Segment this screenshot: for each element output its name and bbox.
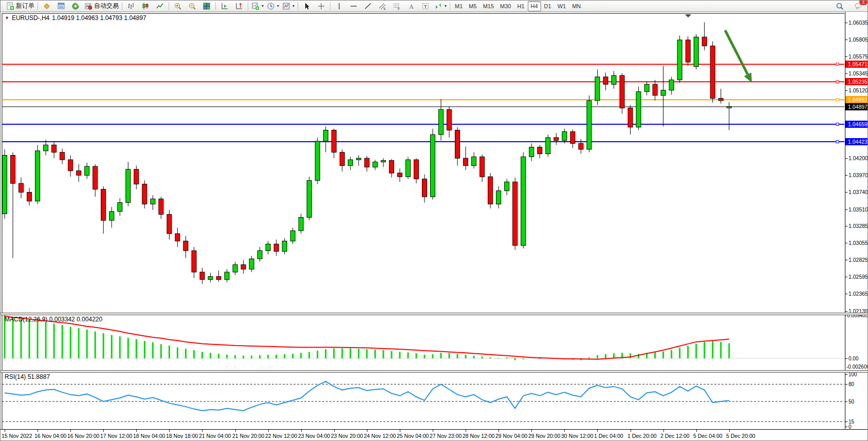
news-button[interactable] <box>68 1 83 12</box>
candle[interactable] <box>241 260 246 274</box>
timeframe-button-m1[interactable]: M1 <box>452 1 466 11</box>
candle[interactable] <box>233 262 237 275</box>
candle[interactable] <box>464 146 468 170</box>
candle[interactable] <box>480 155 485 182</box>
timeframe-button-h1[interactable]: H1 <box>514 1 527 11</box>
candle[interactable] <box>19 178 24 198</box>
candle[interactable] <box>718 89 723 104</box>
candle[interactable] <box>315 138 320 184</box>
candle[interactable] <box>431 129 435 200</box>
rsi-panel-canvas[interactable] <box>1 372 845 429</box>
candle[interactable] <box>710 42 715 103</box>
periods-button[interactable]: ▾ <box>265 1 281 12</box>
candle[interactable] <box>636 87 641 130</box>
candle[interactable] <box>546 135 550 157</box>
horizontal-line-button[interactable] <box>346 1 361 12</box>
rsi-panel-splitter[interactable] <box>1 370 868 373</box>
candle[interactable] <box>496 186 501 208</box>
collapse-triangle-icon[interactable]: ▼ <box>5 15 9 21</box>
candle[interactable] <box>159 197 163 219</box>
candle[interactable] <box>538 145 542 158</box>
trend-arrow-annotation[interactable] <box>725 30 748 74</box>
timeframe-button-m5[interactable]: M5 <box>466 1 479 11</box>
candle[interactable] <box>68 156 73 177</box>
shapes-button[interactable]: ▾ <box>433 1 448 12</box>
autotrading-button[interactable]: 自动交易 <box>83 1 120 12</box>
candle[interactable] <box>661 66 666 126</box>
line-handle[interactable] <box>836 81 839 83</box>
candle[interactable] <box>381 158 385 167</box>
candle[interactable] <box>669 77 674 95</box>
candle[interactable] <box>331 129 336 159</box>
candle[interactable] <box>274 240 279 256</box>
candle[interactable] <box>348 157 353 170</box>
macd-panel-canvas[interactable] <box>1 314 845 370</box>
candle[interactable] <box>562 129 567 144</box>
candle[interactable] <box>677 35 682 83</box>
line-handle[interactable] <box>836 63 839 66</box>
candle[interactable] <box>126 162 131 206</box>
candle[interactable] <box>439 99 444 141</box>
candle[interactable] <box>414 158 419 183</box>
candle[interactable] <box>11 152 15 258</box>
market-watch-button[interactable] <box>54 1 68 12</box>
line-chart-button[interactable] <box>153 1 167 12</box>
candle[interactable] <box>340 149 344 171</box>
candle[interactable] <box>200 267 205 284</box>
line-handle[interactable] <box>836 123 839 126</box>
zoom-out-button[interactable] <box>185 1 199 12</box>
trendline-button[interactable] <box>361 1 375 12</box>
candle[interactable] <box>447 106 452 138</box>
candle[interactable] <box>529 143 534 161</box>
candle[interactable] <box>60 149 65 164</box>
candle[interactable] <box>356 156 361 166</box>
candle[interactable] <box>101 186 106 234</box>
timeframe-button-m30[interactable]: M30 <box>497 1 514 11</box>
timeframe-button-m15[interactable]: M15 <box>480 1 497 11</box>
fibonacci-button[interactable]: F <box>390 1 404 12</box>
candle[interactable] <box>702 22 707 50</box>
candle[interactable] <box>109 207 114 227</box>
line-handle[interactable] <box>836 141 839 143</box>
text-label-button[interactable]: T <box>418 1 433 12</box>
candle[interactable] <box>686 36 690 66</box>
candle[interactable] <box>52 142 57 159</box>
candle[interactable] <box>505 179 509 196</box>
candle[interactable] <box>422 175 427 203</box>
timeframe-button-d1[interactable]: D1 <box>541 1 555 11</box>
candle[interactable] <box>85 163 89 179</box>
candle[interactable] <box>282 238 287 255</box>
chart-window[interactable]: ▼ EURUSD-,H4 1.04919 1.04963 1.04793 1.0… <box>1 12 868 441</box>
candle[interactable] <box>118 198 122 216</box>
price-chart-canvas[interactable] <box>1 12 845 313</box>
candle[interactable] <box>299 214 303 234</box>
candle[interactable] <box>570 129 575 148</box>
candle[interactable] <box>266 241 270 255</box>
chart-shift-marker-icon[interactable] <box>685 14 691 17</box>
candle[interactable] <box>35 145 40 204</box>
profiles-button[interactable] <box>40 1 54 12</box>
vertical-line-button[interactable] <box>332 1 346 12</box>
cursor-button[interactable] <box>300 1 314 12</box>
candle[interactable] <box>192 247 196 278</box>
text-button[interactable]: A <box>404 1 418 12</box>
candle[interactable] <box>488 173 493 208</box>
candle[interactable] <box>77 164 81 182</box>
candle[interactable] <box>323 126 328 152</box>
line-handle[interactable] <box>836 99 839 101</box>
candle[interactable] <box>644 82 649 95</box>
candle[interactable] <box>694 34 698 69</box>
candle[interactable] <box>364 156 369 171</box>
notifications-button[interactable]: 1 <box>851 1 865 12</box>
candle[interactable] <box>151 195 155 210</box>
templates-button[interactable]: ▾ <box>281 1 296 12</box>
candle[interactable] <box>373 160 377 170</box>
time-axis-scale[interactable]: 15 Nov 202216 Nov 04:0016 Nov 20:0017 No… <box>1 429 868 441</box>
candle[interactable] <box>406 157 411 179</box>
new-chart-button[interactable]: ▾ <box>250 1 265 12</box>
candle[interactable] <box>225 269 229 282</box>
timeframe-button-h4[interactable]: H4 <box>528 1 541 11</box>
candle[interactable] <box>257 247 262 262</box>
candle[interactable] <box>595 69 600 105</box>
equidistant-channel-button[interactable]: E <box>375 1 390 12</box>
